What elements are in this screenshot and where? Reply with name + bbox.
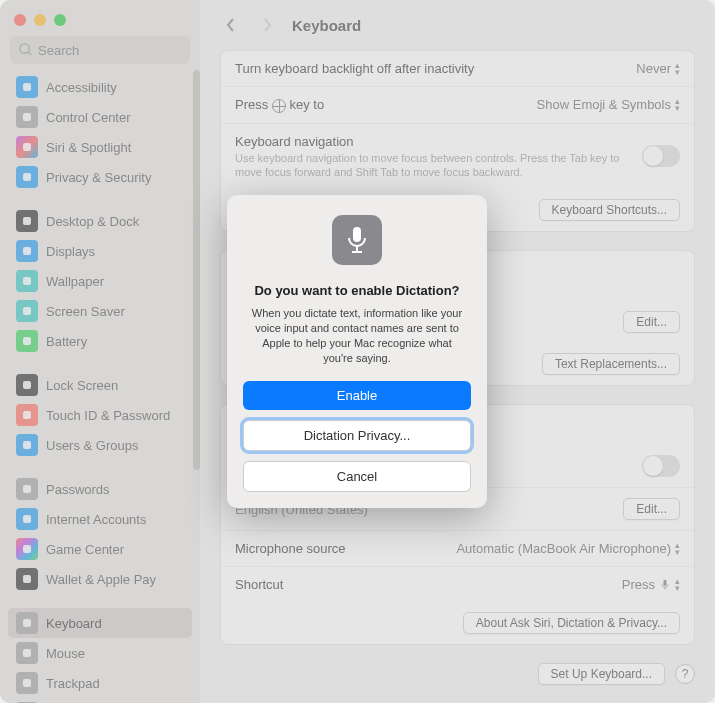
enable-button[interactable]: Enable xyxy=(243,381,471,410)
dictation-privacy-button[interactable]: Dictation Privacy... xyxy=(243,420,471,451)
dialog-title: Do you want to enable Dictation? xyxy=(243,283,471,298)
dictation-icon xyxy=(332,215,382,265)
dictation-enable-dialog: Do you want to enable Dictation? When yo… xyxy=(227,195,487,508)
dialog-body: When you dictate text, information like … xyxy=(243,306,471,365)
svg-rect-24 xyxy=(353,227,361,242)
cancel-button[interactable]: Cancel xyxy=(243,461,471,492)
